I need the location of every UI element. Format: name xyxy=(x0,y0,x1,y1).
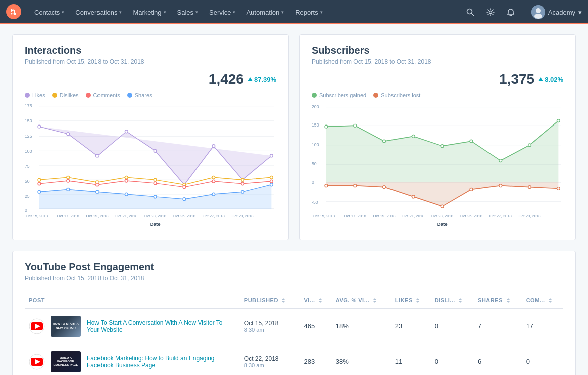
logo[interactable] xyxy=(6,4,29,21)
subscribers-title: Subscribers xyxy=(312,45,563,56)
chevron-down-icon: ▾ xyxy=(233,10,235,15)
svg-point-48 xyxy=(125,176,128,179)
avatar xyxy=(531,5,545,19)
svg-text:Oct 29, 2018: Oct 29, 2018 xyxy=(519,214,541,218)
svg-point-32 xyxy=(212,145,215,148)
avg-views-2: 38% xyxy=(332,344,391,375)
svg-point-45 xyxy=(38,178,41,181)
svg-marker-84 xyxy=(326,121,558,182)
svg-point-88 xyxy=(412,135,415,138)
svg-text:200: 200 xyxy=(312,104,319,109)
svg-point-98 xyxy=(412,195,415,198)
col-likes[interactable]: LIKES xyxy=(391,292,431,308)
svg-point-41 xyxy=(183,198,186,201)
youtube-icon xyxy=(29,354,45,370)
svg-point-37 xyxy=(67,188,70,191)
comments-label: Comments xyxy=(93,92,120,98)
subscribers-card: Subscribers Published from Oct 15, 2018 … xyxy=(299,34,576,240)
svg-text:-50: -50 xyxy=(312,200,318,205)
svg-point-87 xyxy=(383,140,386,143)
svg-point-55 xyxy=(67,179,70,182)
svg-text:Oct 21, 2018: Oct 21, 2018 xyxy=(115,214,137,218)
post-info-1: HOW TO START A NEW VISITOR How To Start … xyxy=(29,316,236,337)
col-avg-views[interactable]: AVG. % VI... xyxy=(332,292,391,308)
svg-point-29 xyxy=(125,130,128,133)
svg-text:Oct 25, 2018: Oct 25, 2018 xyxy=(460,214,482,218)
col-dislikes[interactable]: DISLI... xyxy=(431,292,474,308)
interactions-metric: 1,426 xyxy=(209,71,244,87)
svg-point-26 xyxy=(38,125,41,128)
svg-point-60 xyxy=(212,180,215,183)
subscribers-legend: Subscribers gained Subscribers lost xyxy=(312,92,563,98)
svg-text:Date: Date xyxy=(437,221,448,227)
col-comments[interactable]: COM... xyxy=(522,292,563,308)
nav-service[interactable]: Service ▾ xyxy=(204,6,240,19)
comments-2: 0 xyxy=(522,344,563,375)
svg-point-46 xyxy=(67,176,70,179)
notifications-button[interactable] xyxy=(503,4,519,20)
post-title-1[interactable]: How To Start A Conversation With A New V… xyxy=(87,319,236,333)
nav-marketing[interactable]: Marketing ▾ xyxy=(128,6,171,19)
svg-point-2 xyxy=(11,13,13,14)
interactions-card: Interactions Published from Oct 15, 2018… xyxy=(12,34,289,240)
svg-text:100: 100 xyxy=(312,142,319,147)
likes-label: Likes xyxy=(32,92,45,98)
user-menu[interactable]: Academy ▾ xyxy=(531,5,582,19)
navbar: Contacts ▾ Conversations ▾ Marketing ▾ S… xyxy=(0,0,588,24)
svg-point-61 xyxy=(241,182,244,185)
svg-point-8 xyxy=(534,14,542,19)
table-body: HOW TO START A NEW VISITOR How To Start … xyxy=(25,308,563,375)
svg-point-43 xyxy=(241,190,244,193)
svg-text:Oct 15, 2018: Oct 15, 2018 xyxy=(313,214,335,218)
shares-1: 7 xyxy=(474,308,522,344)
svg-text:Oct 17, 2018: Oct 17, 2018 xyxy=(344,214,366,218)
shares-2: 6 xyxy=(474,344,522,375)
col-views[interactable]: VI... xyxy=(300,292,331,308)
post-title-2[interactable]: Facebook Marketing: How to Build an Enga… xyxy=(87,355,236,369)
thumb-label-2: BUILD A FACEBOOK BUSINESS PAGE xyxy=(51,351,81,372)
svg-text:Date: Date xyxy=(150,221,161,227)
svg-point-38 xyxy=(96,190,99,193)
engagement-table: POST PUBLISHED VI... xyxy=(25,292,563,376)
nav-automation[interactable]: Automation ▾ xyxy=(241,6,289,19)
chevron-down-icon: ▾ xyxy=(281,10,284,15)
likes-dot xyxy=(25,93,30,98)
table-row: BUILD A FACEBOOK BUSINESS PAGE Facebook … xyxy=(25,344,563,375)
lost-label: Subscribers lost xyxy=(381,92,420,98)
svg-point-52 xyxy=(241,178,244,181)
sort-icon xyxy=(458,298,462,303)
svg-point-89 xyxy=(441,145,444,148)
svg-point-95 xyxy=(325,184,328,187)
likes-1: 23 xyxy=(391,308,431,344)
legend-dislikes: Dislikes xyxy=(52,92,79,98)
nav-reports[interactable]: Reports ▾ xyxy=(290,6,328,19)
user-caret-icon: ▾ xyxy=(578,9,582,16)
post-info-2: BUILD A FACEBOOK BUSINESS PAGE Facebook … xyxy=(29,351,236,372)
svg-text:Oct 27, 2018: Oct 27, 2018 xyxy=(203,214,225,218)
svg-point-7 xyxy=(536,8,541,13)
col-published[interactable]: PUBLISHED xyxy=(240,292,300,308)
engagement-title: YouTube Post Engagement xyxy=(25,261,563,273)
comments-dot xyxy=(86,93,91,98)
nav-contacts[interactable]: Contacts ▾ xyxy=(29,6,69,19)
gained-label: Subscribers gained xyxy=(319,92,366,98)
engagement-subtitle: Published from Oct 15, 2018 to Oct 31, 2… xyxy=(25,275,563,282)
dislikes-label: Dislikes xyxy=(60,92,79,98)
shares-label: Shares xyxy=(135,92,152,98)
svg-text:150: 150 xyxy=(25,118,32,123)
svg-point-99 xyxy=(441,205,444,208)
nav-conversations[interactable]: Conversations ▾ xyxy=(70,6,127,19)
svg-point-54 xyxy=(38,182,41,185)
svg-text:100: 100 xyxy=(25,149,32,154)
svg-text:Oct 17, 2018: Oct 17, 2018 xyxy=(57,214,79,218)
svg-text:Oct 27, 2018: Oct 27, 2018 xyxy=(489,214,512,218)
published-1: Oct 15, 2018 8:30 am xyxy=(240,308,300,344)
search-button[interactable] xyxy=(462,4,478,20)
svg-text:Oct 21, 2018: Oct 21, 2018 xyxy=(402,214,424,218)
col-shares[interactable]: SHARES xyxy=(474,292,522,308)
svg-point-102 xyxy=(528,186,531,189)
nav-sales[interactable]: Sales ▾ xyxy=(172,6,204,19)
svg-text:25: 25 xyxy=(25,194,30,199)
lost-dot xyxy=(373,93,378,98)
settings-button[interactable] xyxy=(482,4,499,20)
